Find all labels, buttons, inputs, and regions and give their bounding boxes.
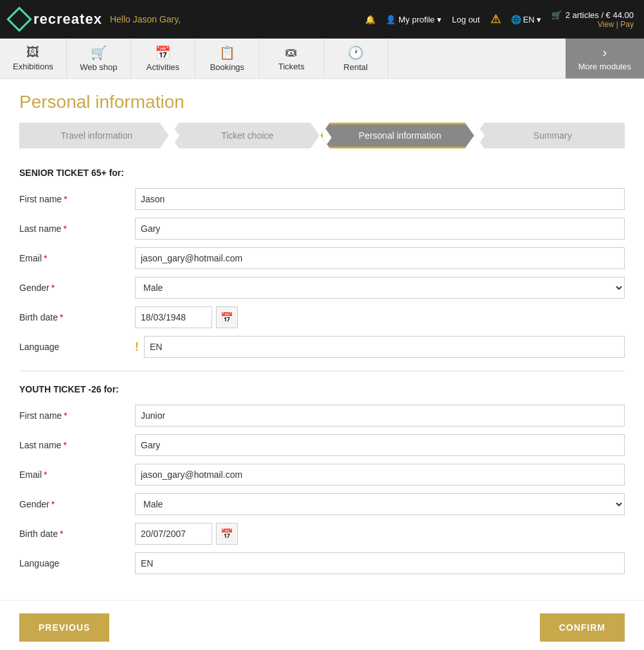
- youth-language-label: Language: [19, 558, 135, 568]
- nav-label-rental: Rental: [344, 62, 368, 72]
- logo-diamond-icon: [6, 6, 32, 32]
- nav-more-label: More modules: [578, 62, 631, 71]
- nav-item-exhibitions[interactable]: 🖼 Exhibitions: [0, 39, 67, 78]
- step-ticket-label: Ticket choice: [221, 130, 273, 141]
- nav-item-bookings[interactable]: 📋 Bookings: [195, 39, 260, 78]
- greeting-text: Hello Jason Gary,: [110, 14, 181, 24]
- step-ticket[interactable]: Ticket choice: [170, 123, 320, 148]
- nav-item-activities[interactable]: 📅 Activities: [131, 39, 195, 78]
- globe-icon: 🌐: [511, 15, 521, 24]
- youth-section-title: YOUTH TICKET -26 for:: [19, 384, 625, 394]
- youth-gender-row: Gender* Male Female Other: [19, 493, 625, 515]
- senior-first-name-input[interactable]: [135, 188, 625, 210]
- senior-calendar-button[interactable]: 📅: [216, 306, 238, 328]
- step-personal[interactable]: Personal information: [321, 123, 474, 148]
- profile-link[interactable]: 👤 My profile ▾: [386, 15, 442, 24]
- person-icon: 👤: [386, 15, 396, 24]
- step-summary-label: Summary: [533, 130, 572, 141]
- activities-icon: 📅: [155, 45, 171, 60]
- senior-birth-date-label: Birth date*: [19, 312, 135, 322]
- webshop-icon: 🛒: [91, 45, 107, 60]
- breadcrumb: Travel information Ticket choice Persona…: [19, 123, 625, 148]
- cart-sub: View | Pay: [598, 20, 634, 29]
- tickets-icon: 🎟: [285, 45, 298, 60]
- logo-text: recreatex: [33, 11, 102, 28]
- rental-icon: 🕐: [348, 45, 364, 60]
- cart-icon: 🛒: [551, 10, 562, 20]
- page-title: Personal information: [19, 92, 625, 112]
- nav-item-rental[interactable]: 🕐 Rental: [324, 39, 388, 78]
- step-travel[interactable]: Travel information: [19, 123, 169, 148]
- language-selector[interactable]: 🌐 EN ▾: [511, 15, 541, 24]
- bell-icon[interactable]: 🔔: [365, 15, 375, 24]
- senior-first-name-label: First name*: [19, 194, 135, 204]
- senior-birth-date-input[interactable]: [135, 306, 212, 328]
- cart-info: 🛒 2 articles / € 44.00 View | Pay: [551, 10, 634, 29]
- youth-first-name-input[interactable]: [135, 405, 625, 426]
- main-nav: 🖼 Exhibitions 🛒 Web shop 📅 Activities 📋 …: [0, 39, 644, 79]
- youth-date-group: 📅: [135, 523, 238, 545]
- previous-button[interactable]: PREVIOUS: [19, 613, 109, 642]
- senior-last-name-label: Last name*: [19, 224, 135, 234]
- senior-email-input[interactable]: [135, 247, 625, 269]
- nav-label-exhibitions: Exhibitions: [13, 62, 53, 71]
- youth-calendar-button[interactable]: 📅: [216, 523, 238, 545]
- senior-last-name-input[interactable]: [135, 218, 625, 240]
- senior-section: SENIOR TICKET 65+ for: First name* Last …: [19, 168, 625, 358]
- step-travel-label: Travel information: [60, 130, 132, 141]
- warning-icon: ⚠: [490, 12, 501, 26]
- youth-last-name-input[interactable]: [135, 434, 625, 456]
- youth-gender-label: Gender*: [19, 499, 135, 509]
- cart-separator: |: [616, 20, 618, 29]
- cart-articles: 2 articles / € 44.00: [566, 10, 634, 20]
- youth-birth-date-input[interactable]: [135, 523, 212, 545]
- chevron-down-icon: ▾: [537, 15, 541, 24]
- senior-last-name-row: Last name*: [19, 218, 625, 240]
- nav-more-modules[interactable]: › More modules: [566, 39, 644, 78]
- step-summary[interactable]: Summary: [476, 123, 625, 148]
- step-personal-label: Personal information: [359, 130, 441, 141]
- cart-line: 🛒 2 articles / € 44.00: [551, 10, 634, 20]
- youth-language-row: Language EN: [19, 552, 625, 574]
- chevron-down-icon: ▾: [437, 15, 442, 24]
- senior-lang-row: ! EN: [135, 336, 625, 358]
- senior-gender-select[interactable]: Male Female Other: [135, 277, 625, 299]
- header-left: recreatex Hello Jason Gary,: [10, 10, 181, 28]
- main-content: Personal information Travel information …: [0, 79, 644, 600]
- bookings-icon: 📋: [219, 45, 235, 60]
- senior-first-name-row: First name*: [19, 188, 625, 210]
- nav-label-webshop: Web shop: [80, 62, 117, 72]
- logout-link[interactable]: Log out: [452, 15, 479, 24]
- nav-item-tickets[interactable]: 🎟 Tickets: [260, 39, 324, 78]
- lang-label: EN: [523, 15, 535, 24]
- more-chevron-icon: ›: [602, 45, 607, 60]
- senior-birth-date-row: Birth date* 📅: [19, 306, 625, 328]
- nav-item-webshop[interactable]: 🛒 Web shop: [67, 39, 131, 78]
- profile-label: My profile: [398, 15, 434, 24]
- nav-label-bookings: Bookings: [210, 62, 244, 72]
- senior-section-title: SENIOR TICKET 65+ for:: [19, 168, 625, 178]
- senior-lang-value: EN: [144, 336, 625, 358]
- youth-first-name-row: First name*: [19, 405, 625, 426]
- senior-lang-warning-icon: !: [135, 340, 139, 354]
- youth-gender-select[interactable]: Male Female Other: [135, 493, 625, 515]
- header-right: 🔔 👤 My profile ▾ Log out ⚠ 🌐 EN ▾ 🛒 2 ar…: [365, 10, 634, 29]
- confirm-button[interactable]: CONFIRM: [540, 613, 625, 642]
- senior-email-row: Email*: [19, 247, 625, 269]
- youth-last-name-row: Last name*: [19, 434, 625, 456]
- cart-view-link[interactable]: View: [598, 20, 614, 29]
- nav-label-activities: Activities: [147, 62, 179, 72]
- senior-language-row: Language ! EN: [19, 336, 625, 358]
- header: recreatex Hello Jason Gary, 🔔 👤 My profi…: [0, 0, 644, 39]
- youth-section: YOUTH TICKET -26 for: First name* Last n…: [19, 384, 625, 574]
- required-star: *: [64, 194, 67, 204]
- youth-email-input[interactable]: [135, 464, 625, 486]
- youth-email-row: Email*: [19, 464, 625, 486]
- youth-last-name-label: Last name*: [19, 440, 135, 450]
- exhibitions-icon: 🖼: [26, 45, 39, 60]
- cart-pay-link[interactable]: Pay: [620, 20, 634, 29]
- youth-birth-date-row: Birth date* 📅: [19, 523, 625, 545]
- youth-birth-date-label: Birth date*: [19, 529, 135, 539]
- logo[interactable]: recreatex: [10, 10, 102, 28]
- section-divider: [19, 371, 625, 371]
